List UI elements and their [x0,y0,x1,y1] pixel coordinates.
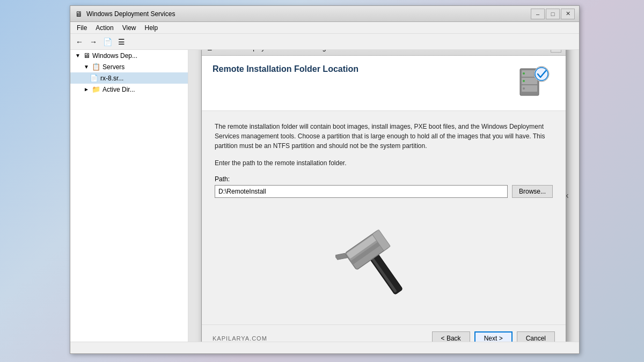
tree-rx8-icon: 📄 [90,74,98,82]
main-window-title: Windows Deployment Services [86,10,531,18]
close-button[interactable]: ✕ [561,9,575,19]
servers-expand-icon: ▼ [83,64,90,70]
dialog-description: The remote installation folder will cont… [215,122,553,151]
menu-help[interactable]: Help [141,23,163,33]
dialog-header-title: Remote Installation Folder Location [213,64,358,74]
tree-item-activedir[interactable]: ► 📁 Active Dir... [70,84,188,95]
browse-button[interactable]: Browse... [512,185,553,198]
svg-point-4 [523,72,525,75]
back-button[interactable]: ← [73,35,86,48]
dialog-overlay: 🖥 Windows Deployment Services Configurat… [188,50,579,342]
dialog-footer: KAPILARYA.COM < Back Next > Cancel [202,324,566,342]
hammer-illustration [215,206,553,314]
right-panel: then click 🖥 Windows Deployment Services… [188,50,579,342]
tree-item-wds[interactable]: ▼ 🖥 Windows Dep... [70,50,188,61]
path-row: Browse... [215,185,553,198]
dialog-title-icon: 🖥 [206,50,214,52]
watermark: KAPILARYA.COM [213,335,267,342]
menu-action[interactable]: Action [91,23,118,33]
minimize-button[interactable]: – [531,9,545,19]
wizard-dialog: 🖥 Windows Deployment Services Configurat… [201,50,566,342]
content-area: ▼ 🖥 Windows Dep... ▼ 📋 Servers 📄 rx-8.sr… [70,50,579,342]
tree-servers-label: Servers [103,63,125,71]
main-window-controls: – □ ✕ [531,9,575,19]
dialog-header: Remote Installation Folder Location [202,56,566,111]
left-panel: ▼ 🖥 Windows Dep... ▼ 📋 Servers 📄 rx-8.sr… [70,50,188,342]
tree-item-servers[interactable]: ▼ 📋 Servers [70,61,188,72]
status-bar [70,342,579,353]
dialog-path-label: Enter the path to the remote installatio… [215,159,553,167]
tree-activedir-label: Active Dir... [103,86,135,93]
dialog-close-button[interactable]: ✕ [551,50,561,53]
svg-point-6 [523,87,525,90]
svg-point-8 [535,68,548,80]
expand-icon: ▼ [75,53,81,58]
main-window: 🖥 Windows Deployment Services – □ ✕ File… [70,5,580,354]
path-field-group: Path: Browse... [215,175,553,198]
dialog-title: Windows Deployment Services Configuratio… [217,50,551,51]
dialog-body: The remote installation folder will cont… [202,111,566,324]
menu-file[interactable]: File [72,23,91,33]
menu-view[interactable]: View [118,23,141,33]
tree-wds-label: Windows Dep... [92,52,137,60]
activedir-expand-icon: ► [83,86,90,92]
path-input[interactable] [215,185,508,198]
tree-activedir-icon: 📁 [92,85,100,93]
dialog-server-icon [512,64,555,102]
toolbar: ← → 📄 ☰ [70,34,579,50]
main-title-bar: 🖥 Windows Deployment Services – □ ✕ [70,6,579,22]
svg-point-5 [523,80,525,82]
dialog-buttons: < Back Next > Cancel [432,331,555,342]
next-button[interactable]: Next > [474,331,513,342]
tree-servers-icon: 📋 [92,63,100,71]
dialog-title-bar: 🖥 Windows Deployment Services Configurat… [202,50,566,56]
tree-wds-icon: 🖥 [83,51,90,60]
maximize-button[interactable]: □ [546,9,560,19]
forward-button[interactable]: → [87,35,100,48]
show-hide-button[interactable]: ☰ [115,35,128,48]
svg-marker-14 [335,250,348,263]
up-button[interactable]: 📄 [101,35,114,48]
path-field-label: Path: [215,175,553,183]
tree-rx8-label: rx-8.sr... [100,75,123,82]
tree-item-rx8[interactable]: 📄 rx-8.sr... [70,72,188,84]
back-button[interactable]: < Back [432,331,470,342]
menu-bar: File Action View Help [70,22,579,34]
main-window-icon: 🖥 [75,10,83,18]
cancel-button[interactable]: Cancel [517,331,555,342]
